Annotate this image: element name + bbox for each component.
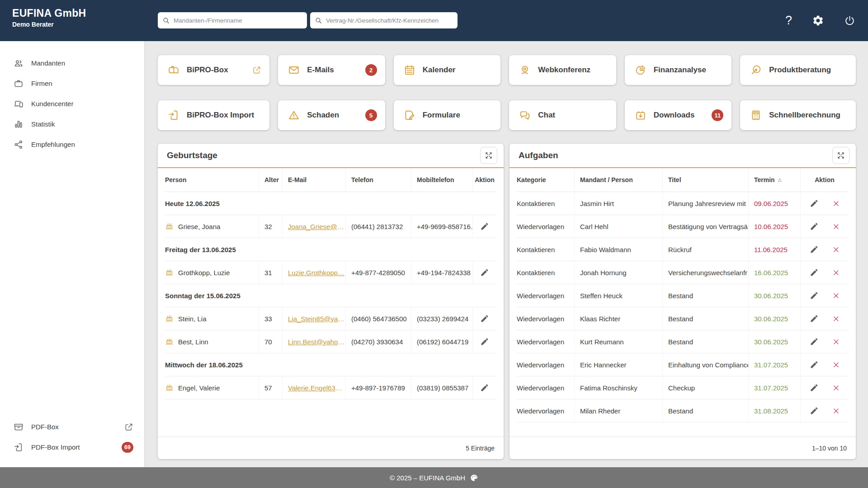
column-header-kategorie: Kategorie [517, 168, 574, 192]
copyright-text: © 2025 – EUFINA GmbH [390, 474, 465, 482]
edit-button[interactable] [808, 404, 821, 417]
tile-adornment: 2 [365, 64, 377, 76]
search-icon [162, 17, 170, 24]
birthday-group-label: Freitag der 13.06.2025 [165, 238, 496, 261]
tile-kalender[interactable]: Kalender [394, 55, 501, 85]
column-header-e-mail: E-Mail [282, 168, 345, 192]
pencil-icon [480, 314, 489, 323]
share-icon [14, 140, 24, 150]
edit-button[interactable] [478, 381, 491, 394]
count-badge: 69 [122, 442, 133, 453]
page-footer: © 2025 – EUFINA GmbH [0, 467, 868, 488]
sidebar-item-mandanten[interactable]: Mandanten [0, 53, 144, 73]
title-cell: Bestand [662, 330, 748, 353]
edit-button[interactable] [808, 266, 821, 279]
tile-webkonferenz[interactable]: Webkonferenz [509, 55, 616, 85]
delete-button[interactable] [830, 221, 842, 232]
edit-button[interactable] [478, 220, 491, 233]
expand-icon [484, 151, 493, 160]
edit-button[interactable] [808, 197, 821, 210]
delete-button[interactable] [830, 290, 842, 301]
tile-schnellberechnung[interactable]: Schnellberechnung [740, 100, 856, 130]
form-icon [404, 109, 415, 121]
target-icon [750, 64, 762, 76]
tasks-table-body: Kontaktieren Jasmin Hirt Planung Jahresr… [517, 192, 849, 422]
tile-downloads[interactable]: Downloads 11 [625, 100, 732, 130]
edit-button[interactable] [808, 243, 821, 256]
delete-button[interactable] [830, 267, 842, 278]
email-link[interactable]: Linn.Best@yahoo.… [288, 338, 345, 346]
sidebar-item-kundencenter[interactable]: Kundencenter [0, 94, 144, 114]
edit-button[interactable] [478, 335, 491, 348]
delete-button[interactable] [830, 244, 842, 255]
delete-button[interactable] [830, 313, 842, 324]
cake-icon [165, 268, 174, 277]
tile-formulare[interactable]: Formulare [394, 100, 501, 130]
email-link[interactable]: Joana_Griese@ya… [288, 223, 345, 230]
tasks-title: Aufgaben [519, 150, 558, 160]
client-cell: Kurt Reumann [574, 330, 662, 353]
settings-button[interactable] [812, 14, 824, 27]
delete-button[interactable] [830, 336, 842, 347]
title-cell: Bestand [662, 307, 748, 330]
email-link[interactable]: Valerie.Engel63@… [288, 384, 345, 392]
edit-button[interactable] [478, 266, 491, 279]
sidebar-item-pdf-box-import[interactable]: PDF-Box Import 69 [0, 437, 144, 457]
contract-search-input[interactable] [326, 17, 453, 24]
tile-label: Webkonferenz [538, 66, 590, 75]
pencil-icon [810, 383, 819, 392]
cake-icon [165, 314, 174, 323]
tile-bipro-box[interactable]: BiPRO-Box [158, 55, 269, 85]
edit-button[interactable] [808, 220, 821, 233]
due-date-cell: 30.06.2025 [748, 284, 800, 307]
delete-button[interactable] [830, 405, 842, 417]
x-icon [832, 361, 840, 369]
delete-button[interactable] [830, 382, 842, 394]
envelope-icon [288, 64, 300, 76]
edit-button[interactable] [808, 381, 821, 394]
sidebar-item-label: Statistik [31, 120, 55, 128]
client-cell: Steffen Heuck [574, 284, 662, 307]
delete-button[interactable] [830, 359, 842, 371]
age-cell: 70 [259, 330, 282, 353]
pencil-icon [480, 222, 489, 231]
tile-adornment: 11 [712, 109, 723, 121]
edit-button[interactable] [808, 312, 821, 325]
edit-button[interactable] [478, 312, 491, 325]
tile-finanzanalyse[interactable]: Finanzanalyse [625, 55, 732, 85]
tile-chat[interactable]: Chat [509, 100, 616, 130]
edit-button[interactable] [808, 335, 821, 348]
client-search-input[interactable] [174, 17, 302, 24]
pencil-icon [480, 268, 489, 277]
tile-e-mails[interactable]: E-Mails 2 [278, 55, 385, 85]
edit-button[interactable] [808, 358, 821, 371]
category-cell: Wiedervorlagen [517, 330, 574, 353]
category-cell: Kontaktieren [517, 261, 574, 284]
sidebar-item-firmen[interactable]: Firmen [0, 73, 144, 94]
delete-button[interactable] [830, 198, 842, 209]
email-link[interactable]: Luzie.Grothkopp… [288, 269, 344, 277]
column-header-termin[interactable]: Termin△ [748, 168, 800, 192]
sidebar-item-label: PDF-Box Import [31, 443, 80, 451]
pencil-icon [810, 199, 819, 208]
contract-search [310, 12, 458, 28]
task-row: Wiedervorlagen Klaas Richter Bestand 30.… [517, 307, 849, 330]
tile-bipro-box-import[interactable]: BiPRO-Box Import [158, 100, 269, 130]
quick-access-tiles: BiPRO-Box E-Mails 2 Kalender Webkonferen… [158, 55, 856, 130]
tile-schaden[interactable]: Schaden 5 [278, 100, 385, 130]
sidebar-item-statistik[interactable]: Statistik [0, 114, 144, 134]
sidebar-item-pdf-box[interactable]: PDF-Box [0, 417, 144, 437]
sidebar-item-empfehlungen[interactable]: Empfehlungen [0, 134, 144, 155]
tasks-expand-button[interactable] [832, 147, 849, 164]
help-button[interactable]: ? [785, 14, 792, 28]
edit-button[interactable] [808, 289, 821, 302]
tile-produktberatung[interactable]: Produktberatung [740, 55, 856, 85]
due-date-cell: 10.06.2025 [748, 215, 800, 238]
person-cell: Stein, Lia [165, 307, 259, 330]
birthdays-expand-button[interactable] [480, 147, 497, 164]
logout-button[interactable] [844, 15, 855, 26]
email-link[interactable]: Lia_Stein85@yah… [288, 315, 345, 323]
webcam-icon [519, 64, 531, 76]
tile-label: E-Mails [307, 66, 334, 75]
category-cell: Wiedervorlagen [517, 307, 574, 330]
